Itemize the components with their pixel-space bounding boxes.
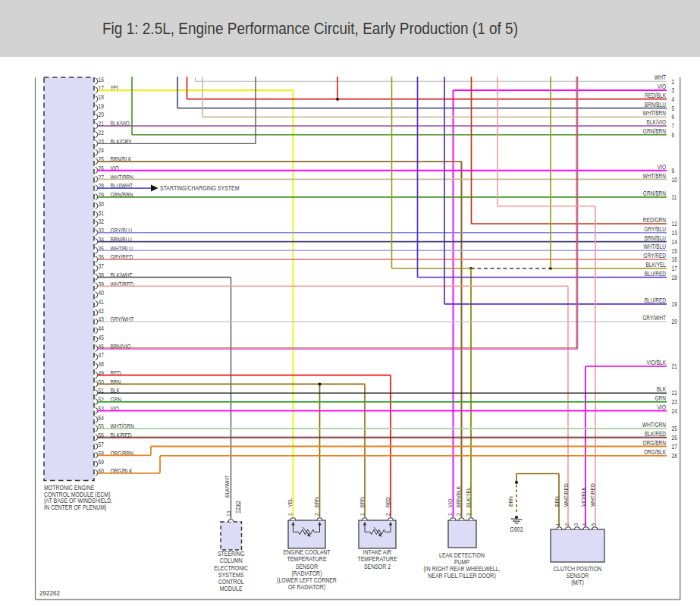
svg-text:26: 26 [672, 434, 677, 441]
svg-text:12: 12 [672, 220, 677, 228]
svg-text:18: 18 [672, 274, 677, 281]
svg-text:GRY/BLU: GRY/BLU [644, 225, 666, 233]
svg-text:GRY/RED: GRY/RED [111, 253, 133, 261]
svg-text:2: 2 [385, 513, 390, 516]
svg-text:NEAR FUEL FILLER DOOR): NEAR FUEL FILLER DOOR) [428, 573, 496, 580]
svg-text:51: 51 [99, 388, 104, 395]
svg-text:16: 16 [99, 76, 104, 83]
svg-text:OF RADIATOR): OF RADIATOR) [288, 583, 326, 591]
svg-text:21: 21 [99, 120, 104, 127]
svg-text:BRN/BLK: BRN/BLK [111, 155, 132, 163]
svg-text:13: 13 [672, 229, 677, 237]
svg-text:(M/T): (M/T) [571, 579, 584, 587]
svg-text:55: 55 [99, 422, 104, 430]
svg-text:20: 20 [672, 319, 677, 326]
svg-text:SENSOR 2: SENSOR 2 [364, 563, 391, 570]
svg-text:WHT/BRN: WHT/BRN [642, 109, 666, 117]
svg-text:27: 27 [672, 443, 677, 451]
svg-text:ORG/BLK: ORG/BLK [644, 448, 666, 456]
svg-text:BLK/VIO: BLK/VIO [111, 120, 130, 127]
svg-text:GRY/WHT: GRY/WHT [642, 314, 666, 322]
svg-text:VIO: VIO [658, 163, 666, 171]
svg-text:GRY/BLU: GRY/BLU [111, 227, 133, 234]
svg-text:58: 58 [99, 450, 104, 457]
svg-text:IN CENTER OF PLENUM): IN CENTER OF PLENUM) [44, 504, 107, 511]
svg-text:T20O: T20O [234, 501, 240, 513]
svg-text:BRN/BLU: BRN/BLU [645, 101, 666, 108]
svg-text:YEL: YEL [111, 84, 120, 92]
svg-text:9: 9 [672, 167, 675, 174]
svg-text:WHT/BLU: WHT/BLU [644, 243, 666, 251]
svg-text:RED: RED [111, 369, 121, 377]
svg-text:35: 35 [99, 245, 104, 253]
svg-text:WHT/GRN: WHT/GRN [111, 422, 134, 430]
svg-text:33: 33 [99, 227, 104, 234]
svg-text:19: 19 [672, 300, 677, 308]
svg-text:37: 37 [99, 262, 104, 270]
svg-text:28: 28 [99, 182, 104, 190]
svg-text:8: 8 [672, 131, 675, 139]
svg-text:WHT/RED: WHT/RED [111, 281, 134, 288]
svg-text:13: 13 [225, 510, 231, 517]
svg-text:STARTING/CHARGING SYSTEM: STARTING/CHARGING SYSTEM [160, 185, 239, 193]
svg-text:G602: G602 [510, 526, 523, 533]
svg-text:29: 29 [99, 191, 104, 199]
svg-text:BLK/VIO: BLK/VIO [647, 118, 667, 126]
svg-text:59: 59 [99, 458, 104, 466]
svg-text:BLK: BLK [657, 385, 666, 393]
svg-text:4: 4 [672, 96, 675, 103]
svg-text:VIO/BLK: VIO/BLK [647, 359, 666, 366]
svg-text:57: 57 [99, 441, 104, 448]
svg-text:BRN: BRN [359, 497, 364, 507]
svg-text:MODULE: MODULE [220, 585, 243, 592]
svg-text:2: 2 [314, 513, 319, 516]
svg-text:3: 3 [465, 513, 470, 516]
svg-text:BLU/RED: BLU/RED [645, 297, 667, 304]
svg-text:49: 49 [99, 369, 104, 377]
svg-text:BRN: BRN [554, 496, 560, 507]
svg-text:5: 5 [591, 523, 596, 526]
svg-text:21: 21 [672, 363, 677, 370]
svg-text:BLU/WHT: BLU/WHT [111, 182, 133, 190]
svg-text:ORG/BRN: ORG/BRN [642, 439, 666, 447]
svg-text:WHT/GRN: WHT/GRN [642, 421, 666, 429]
svg-text:Fig 1: 2.5L, Engine Performanc: Fig 1: 2.5L, Engine Performance Circuit,… [102, 19, 518, 38]
svg-text:20: 20 [99, 111, 104, 119]
svg-text:RED/GRN: RED/GRN [643, 216, 666, 224]
svg-text:BLK/YEL: BLK/YEL [465, 487, 470, 507]
svg-text:1: 1 [359, 513, 364, 516]
svg-text:60: 60 [99, 467, 104, 475]
svg-text:BLK/WHT: BLK/WHT [111, 272, 133, 279]
svg-text:17: 17 [672, 265, 677, 272]
svg-text:RED/BLK: RED/BLK [645, 92, 666, 99]
svg-text:16: 16 [672, 256, 677, 263]
svg-text:27: 27 [99, 174, 104, 181]
svg-text:5: 5 [672, 105, 675, 112]
svg-text:BLK/YEL: BLK/YEL [645, 261, 666, 268]
svg-text:10: 10 [672, 176, 677, 184]
svg-text:GRN: GRN [111, 396, 122, 403]
svg-text:BLK: BLK [111, 388, 120, 395]
svg-text:GRN/BRN: GRN/BRN [643, 127, 666, 135]
svg-text:BRN/BLK: BRN/BLK [456, 485, 461, 507]
svg-text:25: 25 [672, 425, 677, 432]
svg-text:GRY/RED: GRY/RED [643, 252, 666, 259]
svg-text:BLK/WHT: BLK/WHT [224, 476, 229, 498]
svg-text:19: 19 [99, 102, 104, 110]
svg-text:50: 50 [99, 378, 104, 386]
svg-text:38: 38 [99, 272, 104, 279]
svg-text:11: 11 [672, 193, 677, 201]
svg-text:VIO: VIO [658, 403, 666, 411]
svg-text:YEL: YEL [287, 498, 293, 507]
svg-text:18: 18 [99, 93, 104, 101]
svg-text:3: 3 [573, 523, 578, 526]
svg-text:GRY/WHT: GRY/WHT [111, 316, 134, 324]
svg-text:31: 31 [99, 209, 104, 217]
svg-text:39: 39 [99, 281, 104, 288]
svg-text:GRN/BRN: GRN/BRN [111, 191, 133, 199]
svg-text:RED: RED [385, 497, 390, 507]
svg-text:4: 4 [582, 523, 587, 526]
svg-text:VIO/BLK: VIO/BLK [581, 487, 586, 507]
svg-text:292262: 292262 [39, 589, 60, 597]
svg-text:17: 17 [99, 84, 104, 92]
